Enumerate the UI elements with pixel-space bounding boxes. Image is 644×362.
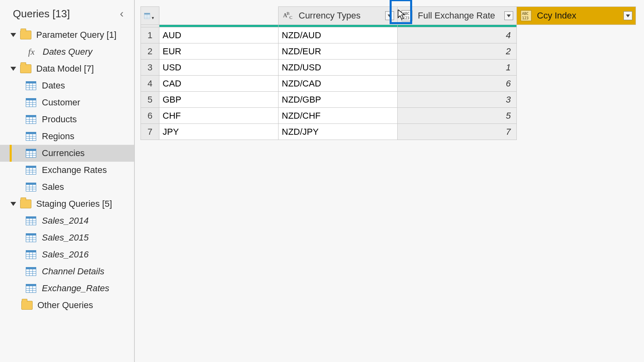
column-header[interactable]: A B C Currency Types <box>279 7 398 25</box>
query-item[interactable]: Sales_2015 <box>0 229 134 246</box>
cell-full-exchange-rate[interactable]: NZD/CAD <box>279 76 398 92</box>
query-group[interactable]: Data Model [7] <box>0 60 134 77</box>
query-item[interactable]: Exchange_Rates <box>0 280 134 297</box>
cell-full-exchange-rate[interactable]: NZD/GBP <box>279 92 398 108</box>
cell-ccy-index[interactable]: 1 <box>398 60 517 76</box>
table-row[interactable]: 3 USD NZD/USD 1 <box>141 60 636 76</box>
column-label: Currency Types <box>297 10 382 21</box>
group-label: Parameter Query [1] <box>36 30 116 40</box>
query-item-label: Sales_2014 <box>42 216 89 226</box>
sidebar-collapse-button[interactable]: ‹ <box>118 7 126 20</box>
table-corner-button[interactable]: ▾ <box>141 7 159 25</box>
query-item-label: Dates Query <box>43 47 93 57</box>
cell-full-exchange-rate[interactable]: NZD/AUD <box>279 27 398 43</box>
svg-rect-49 <box>26 234 36 236</box>
query-item-label: Sales_2015 <box>42 232 89 243</box>
table-row[interactable]: 6 CHF NZD/CHF 5 <box>141 108 636 124</box>
cell-currency-type[interactable]: JPY <box>159 124 279 140</box>
expand-caret-icon <box>10 202 16 206</box>
row-number: 6 <box>141 108 159 124</box>
chevron-down-icon <box>388 14 392 17</box>
cell-currency-type[interactable]: EUR <box>159 43 279 60</box>
svg-rect-1 <box>26 82 36 84</box>
column-header[interactable]: ABC 123 Ccy Index <box>517 7 636 25</box>
query-item[interactable]: Sales_2016 <box>0 246 134 263</box>
query-item[interactable]: Currencies <box>0 145 134 162</box>
cell-ccy-index[interactable]: 4 <box>398 27 517 43</box>
cell-full-exchange-rate[interactable]: NZD/JPY <box>279 124 398 140</box>
table-icon <box>26 216 36 225</box>
column-label: Full Exchange Rate <box>416 10 501 21</box>
expand-caret-icon <box>10 67 16 71</box>
column-filter-button[interactable] <box>623 11 632 20</box>
table-icon <box>26 267 36 276</box>
query-group[interactable]: Staging Queries [5] <box>0 195 134 212</box>
table-icon <box>26 250 36 259</box>
cell-ccy-index[interactable]: 6 <box>398 76 517 92</box>
column-filter-button[interactable] <box>385 11 394 20</box>
query-item-label: Channel Details <box>42 266 104 277</box>
query-group[interactable]: Parameter Query [1] <box>0 27 134 43</box>
svg-rect-25 <box>26 149 36 151</box>
svg-rect-43 <box>26 217 36 219</box>
data-grid: ▾ A B C Currency Types ABC 123 Full Exch… <box>140 6 636 140</box>
row-number: 3 <box>141 60 159 76</box>
query-item-label: Currencies <box>42 148 85 158</box>
group-label: Staging Queries [5] <box>36 199 112 209</box>
table-icon <box>26 132 36 141</box>
folder-icon <box>20 200 31 208</box>
cell-ccy-index[interactable]: 5 <box>398 108 517 124</box>
cell-currency-type[interactable]: CHF <box>159 108 279 124</box>
query-item[interactable]: Regions <box>0 128 134 145</box>
query-item[interactable]: Customer <box>0 94 134 111</box>
type-any-icon[interactable]: ABC 123 <box>520 10 532 22</box>
query-item[interactable]: Sales_2014 <box>0 212 134 229</box>
cell-currency-type[interactable]: GBP <box>159 92 279 108</box>
query-group-other[interactable]: Other Queries <box>0 297 134 314</box>
cell-currency-type[interactable]: USD <box>159 60 279 76</box>
query-item-label: Regions <box>42 131 74 142</box>
folder-icon <box>21 301 33 310</box>
svg-rect-73 <box>144 13 150 14</box>
svg-rect-31 <box>26 166 36 168</box>
table-icon <box>26 233 36 242</box>
cell-ccy-index[interactable]: 2 <box>398 43 517 60</box>
query-item-label: Exchange Rates <box>42 165 107 175</box>
query-item[interactable]: Sales <box>0 179 134 195</box>
svg-rect-67 <box>26 284 36 286</box>
row-number: 7 <box>141 124 159 140</box>
type-text-icon[interactable]: A B C <box>282 10 294 22</box>
cell-full-exchange-rate[interactable]: NZD/CHF <box>279 108 398 124</box>
column-header[interactable]: ABC 123 Full Exchange Rate <box>398 7 517 25</box>
cell-full-exchange-rate[interactable]: NZD/USD <box>279 60 398 76</box>
query-item[interactable]: Products <box>0 111 134 128</box>
cell-currency-type[interactable]: AUD <box>159 27 279 43</box>
chevron-down-icon <box>507 14 511 17</box>
query-item[interactable]: fxDates Query <box>0 43 134 60</box>
cell-ccy-index[interactable]: 7 <box>398 124 517 140</box>
folder-icon <box>20 64 31 73</box>
table-row[interactable]: 7 JPY NZD/JPY 7 <box>141 124 636 140</box>
column-filter-button[interactable] <box>504 11 513 20</box>
svg-rect-37 <box>26 183 36 185</box>
table-row[interactable]: 2 EUR NZD/EUR 2 <box>141 43 636 60</box>
query-item[interactable]: Dates <box>0 77 134 94</box>
svg-text:ABC: ABC <box>522 12 528 16</box>
table-row[interactable]: 4 CAD NZD/CAD 6 <box>141 76 636 92</box>
query-item-label: Products <box>42 114 77 125</box>
type-any-icon[interactable]: ABC 123 <box>401 10 413 22</box>
sidebar-header: Queries [13] ‹ <box>0 4 134 27</box>
folder-icon <box>20 31 31 39</box>
query-item[interactable]: Channel Details <box>0 263 134 280</box>
cell-full-exchange-rate[interactable]: NZD/EUR <box>279 43 398 60</box>
query-item-label: Sales <box>42 182 64 192</box>
svg-rect-19 <box>26 132 36 134</box>
cell-currency-type[interactable]: CAD <box>159 76 279 92</box>
table-row[interactable]: 5 GBP NZD/GBP 3 <box>141 92 636 108</box>
cell-ccy-index[interactable]: 3 <box>398 92 517 108</box>
grid-header-row: ▾ A B C Currency Types ABC 123 Full Exch… <box>141 7 636 25</box>
data-preview: ▾ A B C Currency Types ABC 123 Full Exch… <box>135 0 644 362</box>
query-item[interactable]: Exchange Rates <box>0 162 134 179</box>
query-item-label: Dates <box>42 80 65 91</box>
table-row[interactable]: 1 AUD NZD/AUD 4 <box>141 27 636 43</box>
